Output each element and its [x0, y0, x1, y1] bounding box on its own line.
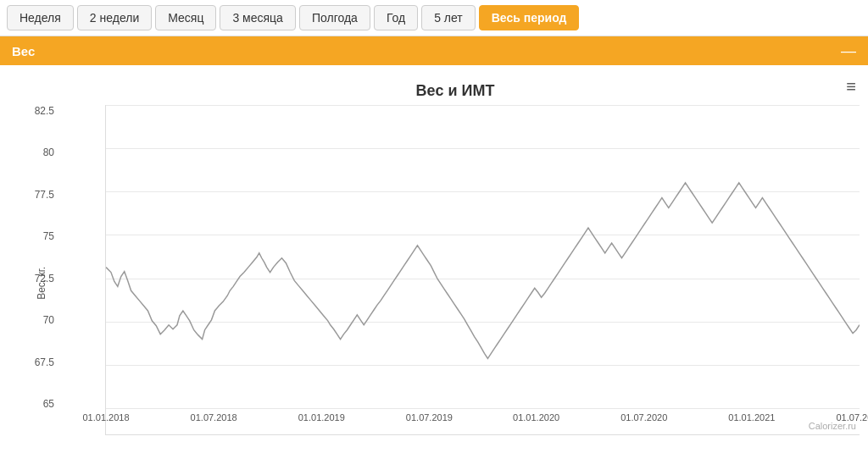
y-tick: 77.5	[35, 189, 54, 201]
chart-menu-button[interactable]: ≡	[846, 77, 856, 97]
section-header: Вес —	[0, 36, 868, 65]
x-axis: 01.01.201801.07.201801.01.201901.07.2019…	[106, 409, 860, 434]
section-title: Вес	[12, 44, 35, 58]
y-tick: 75	[43, 230, 54, 242]
x-label: 01.07.2020	[620, 412, 667, 423]
tab-полгода[interactable]: Полгода	[299, 5, 370, 30]
x-label: 01.01.2021	[728, 412, 775, 423]
tab-3-месяца[interactable]: 3 месяца	[220, 5, 295, 30]
x-label: 01.07.2018	[191, 412, 237, 423]
tab-год[interactable]: Год	[374, 5, 418, 30]
tab-2-недели[interactable]: 2 недели	[77, 5, 152, 30]
weight-chart-svg	[106, 105, 860, 389]
y-tick: 65	[43, 398, 54, 410]
y-tick: 67.5	[35, 356, 54, 368]
chart-title: Вес и ИМТ	[0, 74, 860, 105]
collapse-button[interactable]: —	[841, 43, 856, 58]
chart-inner: 01.01.201801.07.201801.01.201901.07.2019…	[105, 105, 860, 435]
x-label: 01.01.2019	[298, 412, 345, 423]
tab-5-лет[interactable]: 5 лет	[421, 5, 476, 30]
tab-неделя[interactable]: Неделя	[7, 5, 74, 30]
chart-area: Вес, кг. 82.58077.57572.57067.565	[8, 105, 860, 435]
watermark: Calorizer.ru	[809, 421, 856, 431]
y-axis: 82.58077.57572.57067.565	[17, 105, 61, 435]
chart-container: Вес и ИМТ ≡ Вес, кг. 82.58077.57572.5706…	[0, 65, 868, 444]
x-label: 01.01.2020	[513, 412, 559, 423]
x-label: 01.01.2018	[82, 412, 129, 423]
tab-месяц[interactable]: Месяц	[155, 5, 216, 30]
y-tick: 82.5	[35, 105, 54, 117]
y-tick: 70	[43, 314, 54, 326]
tab-bar: Неделя2 неделиМесяц3 месяцаПолгодаГод5 л…	[0, 0, 868, 36]
y-tick: 72.5	[35, 273, 54, 285]
x-label: 01.07.2019	[406, 412, 453, 423]
y-tick: 80	[43, 146, 54, 158]
tab-весь-период[interactable]: Весь период	[479, 5, 580, 30]
